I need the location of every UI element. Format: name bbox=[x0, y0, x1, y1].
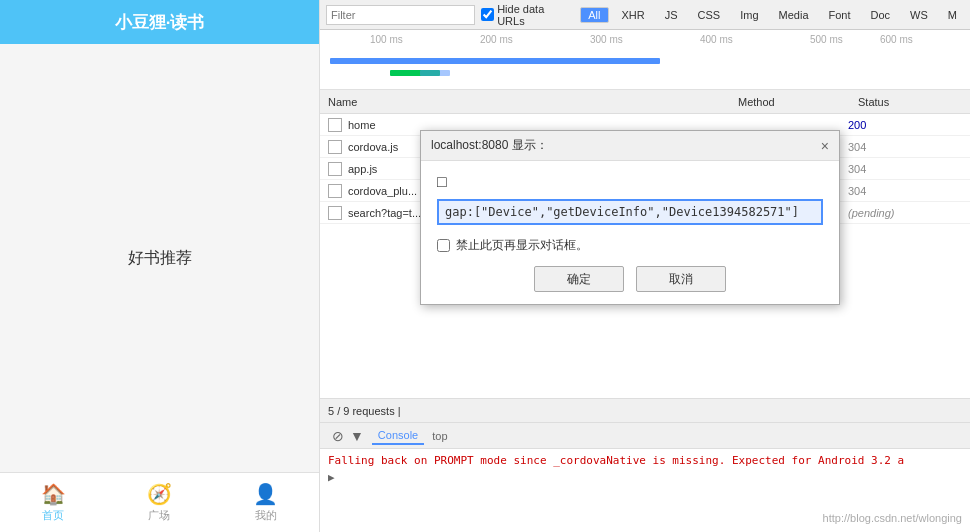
footer-home[interactable]: 🏠 首页 bbox=[0, 473, 106, 532]
footer-profile-label: 我的 bbox=[255, 508, 277, 523]
home-icon: 🏠 bbox=[41, 482, 66, 506]
footer-plaza-label: 广场 bbox=[148, 508, 170, 523]
app-title: 小豆狸·读书 bbox=[115, 11, 205, 34]
dialog-body: □ 禁止此页再显示对话框。 确定 取消 bbox=[421, 161, 839, 304]
devtools-panel: Hide data URLs All XHR JS CSS Img Media … bbox=[320, 0, 970, 532]
dialog-overlay: localhost:8080 显示： × □ 禁止此页再显示对话框。 确定 取消 bbox=[320, 0, 970, 532]
dialog-cancel-button[interactable]: 取消 bbox=[636, 266, 726, 292]
footer-home-label: 首页 bbox=[42, 508, 64, 523]
footer-plaza[interactable]: 🧭 广场 bbox=[106, 473, 212, 532]
dialog-titlebar: localhost:8080 显示： × bbox=[421, 131, 839, 161]
dialog-square: □ bbox=[437, 173, 823, 191]
dialog-box: localhost:8080 显示： × □ 禁止此页再显示对话框。 确定 取消 bbox=[420, 130, 840, 305]
dialog-checkbox-label: 禁止此页再显示对话框。 bbox=[456, 237, 588, 254]
dialog-checkbox-row: 禁止此页再显示对话框。 bbox=[437, 237, 823, 254]
dialog-close-button[interactable]: × bbox=[821, 139, 829, 153]
app-footer: 🏠 首页 🧭 广场 👤 我的 bbox=[0, 472, 319, 532]
dialog-confirm-button[interactable]: 确定 bbox=[534, 266, 624, 292]
footer-profile[interactable]: 👤 我的 bbox=[213, 473, 319, 532]
dialog-suppress-checkbox[interactable] bbox=[437, 239, 450, 252]
dialog-title: localhost:8080 显示： bbox=[431, 137, 548, 154]
app-content: 好书推荐 bbox=[0, 44, 319, 472]
content-label: 好书推荐 bbox=[128, 248, 192, 269]
user-icon: 👤 bbox=[253, 482, 278, 506]
dialog-buttons: 确定 取消 bbox=[437, 266, 823, 292]
compass-icon: 🧭 bbox=[147, 482, 172, 506]
mobile-app-panel: 小豆狸·读书 好书推荐 🏠 首页 🧭 广场 👤 我的 bbox=[0, 0, 320, 532]
dialog-input[interactable] bbox=[437, 199, 823, 225]
app-header: 小豆狸·读书 bbox=[0, 0, 319, 44]
